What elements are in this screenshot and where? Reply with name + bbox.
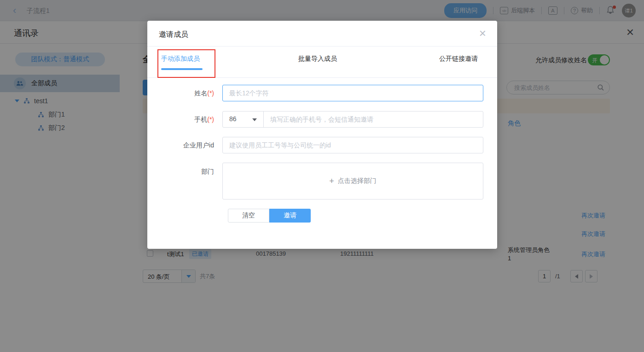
label-text: 手机 bbox=[194, 116, 207, 123]
dept-picker[interactable]: + 点击选择部门 bbox=[222, 163, 483, 199]
userid-field bbox=[222, 137, 483, 153]
divider bbox=[263, 111, 264, 127]
required-mark: (*) bbox=[207, 89, 214, 97]
tab-public-link[interactable]: 公开链接邀请 bbox=[439, 55, 478, 63]
country-code-select[interactable]: 86 bbox=[223, 111, 263, 127]
divider bbox=[147, 77, 497, 78]
annotation-box bbox=[157, 49, 215, 78]
plus-icon: + bbox=[329, 176, 334, 186]
tab-manual-add[interactable]: 手动添加成员 bbox=[161, 55, 200, 63]
country-code-value: 86 bbox=[229, 115, 237, 123]
divider bbox=[147, 46, 497, 47]
dept-picker-label: 点击选择部门 bbox=[338, 177, 377, 185]
modal-title: 邀请成员 bbox=[159, 30, 188, 40]
tab-batch-import[interactable]: 批量导入成员 bbox=[298, 55, 337, 63]
active-tab-underline bbox=[161, 68, 203, 70]
name-input[interactable] bbox=[229, 86, 478, 100]
name-label: 姓名(*) bbox=[147, 89, 214, 98]
name-field bbox=[222, 85, 483, 101]
userid-input[interactable] bbox=[229, 138, 478, 153]
clear-button[interactable]: 清空 bbox=[228, 209, 269, 223]
chevron-down-icon bbox=[252, 118, 257, 121]
required-mark: (*) bbox=[207, 116, 214, 123]
phone-input[interactable]: 填写正确的手机号，会短信通知邀请 bbox=[270, 116, 373, 124]
invite-members-modal: 邀请成员 × 手动添加成员 批量导入成员 公开链接邀请 姓名(*) 手机(*) … bbox=[147, 21, 497, 249]
label-text: 部门 bbox=[201, 168, 214, 175]
modal-close-icon[interactable]: × bbox=[479, 25, 486, 41]
phone-label: 手机(*) bbox=[147, 116, 214, 124]
userid-label: 企业用户id bbox=[147, 141, 214, 150]
dept-label: 部门 bbox=[147, 168, 214, 176]
label-text: 企业用户id bbox=[183, 141, 214, 149]
phone-field: 86 填写正确的手机号，会短信通知邀请 bbox=[222, 111, 483, 128]
app-window: ‹ 子流程1 应用访问 </> 后端脚本 A ? 帮助 谭1 通讯录 bbox=[0, 0, 644, 352]
label-text: 姓名 bbox=[194, 89, 207, 97]
invite-button[interactable]: 邀请 bbox=[269, 209, 311, 223]
